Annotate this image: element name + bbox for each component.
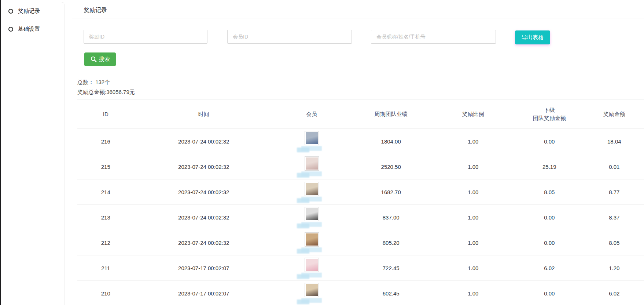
cell-performance: 805.20 [350,230,432,255]
export-button[interactable]: 导出表格 [515,30,550,44]
cell-reward: 0.01 [585,154,644,179]
cell-sub-reward: 6.02 [514,255,585,281]
table-row: 214 2023-07-24 00:02:32 1682.70 1.00 8.0… [77,179,644,205]
cell-reward: 8.37 [585,205,644,230]
woman-portrait-avatar [305,182,319,196]
circle-icon [8,9,13,14]
col-header-team-performance: 周期团队业绩 [350,99,432,129]
total-count: 总数： 132个 [77,77,135,87]
total-reward-amount: 奖励总金额:36056.79元 [77,87,135,97]
cell-ratio: 1.00 [432,281,514,305]
search-icon [91,56,97,62]
col-header-member: 会员 [273,99,350,129]
table-row: 211 2023-07-17 00:02:07 722.45 1.00 6.02… [77,255,644,281]
table-row: 213 2023-07-24 00:02:32 837.00 1.00 0.00… [77,205,644,230]
page-title: 奖励记录 [84,7,107,14]
girl-portrait-avatar [305,232,319,247]
search-button-label: 搜索 [99,56,110,63]
cell-reward: 8.05 [585,230,644,255]
member-name-input[interactable] [371,30,496,44]
cell-member [273,129,350,154]
cell-ratio: 1.00 [432,179,514,205]
cell-id: 211 [77,255,134,281]
cell-time: 2023-07-17 00:02:07 [134,255,273,281]
cell-member [273,230,350,255]
cell-performance: 602.45 [350,281,432,305]
censored-name [301,247,322,253]
cell-reward: 8.77 [585,179,644,205]
cell-sub-reward: 8.05 [514,179,585,205]
cell-sub-reward: 25.19 [514,154,585,179]
cell-member [273,281,350,305]
rewards-table: ID 时间 会员 周期团队业绩 奖励比例 下级 团队奖励金额 奖励金额 216 … [77,99,644,305]
cell-performance: 1804.00 [350,129,432,154]
circle-icon [8,27,13,32]
cell-time: 2023-07-24 00:02:32 [134,129,273,154]
pink-bunny-avatar [305,258,319,272]
search-button[interactable]: 搜索 [84,52,116,66]
cell-id: 212 [77,230,134,255]
bw-photo-avatar [305,207,319,221]
cell-reward: 18.04 [585,129,644,154]
cell-ratio: 1.00 [432,129,514,154]
screen: 奖励记录 基础设置 奖励记录 导出表格 搜索 总数： 132个 奖励总金额:36… [0,0,644,305]
cell-performance: 837.00 [350,205,432,230]
table-row: 210 2023-07-17 00:02:07 602.45 1.00 0.00… [77,281,644,305]
cell-reward: 6.02 [585,281,644,305]
cell-time: 2023-07-17 00:02:07 [134,281,273,305]
col-header-reward-amount: 奖励金额 [585,99,644,129]
cell-performance: 2520.50 [350,154,432,179]
cell-sub-reward: 0.00 [514,205,585,230]
summary-block: 总数： 132个 奖励总金额:36056.79元 [77,77,135,97]
reward-id-input[interactable] [84,30,207,44]
cell-sub-reward: 0.00 [514,129,585,154]
cell-ratio: 1.00 [432,154,514,179]
cell-member [273,255,350,281]
cell-time: 2023-07-24 00:02:32 [134,205,273,230]
cell-time: 2023-07-24 00:02:32 [134,179,273,205]
censored-name [301,146,322,152]
elder-portrait-avatar [305,156,319,171]
cell-ratio: 1.00 [432,205,514,230]
table-row: 216 2023-07-24 00:02:32 1804.00 1.00 0.0… [77,129,644,154]
illustrated-girl-avatar [305,283,319,297]
sidebar-item-reward-records[interactable]: 奖励记录 [1,2,65,20]
sidebar-item-label: 奖励记录 [18,8,40,15]
col-header-id: ID [77,99,134,129]
cell-ratio: 1.00 [432,255,514,281]
cell-member [273,179,350,205]
col-header-sub-team-reward: 下级 团队奖励金额 [514,99,585,129]
cell-id: 216 [77,129,134,154]
cell-sub-reward: 0.00 [514,281,585,305]
cell-sub-reward: 0.00 [514,230,585,255]
member-id-input[interactable] [227,30,352,44]
censored-name [301,222,322,228]
cell-member [273,205,350,230]
cell-time: 2023-07-24 00:02:32 [134,230,273,255]
table-header-row: ID 时间 会员 周期团队业绩 奖励比例 下级 团队奖励金额 奖励金额 [77,99,644,129]
cell-performance: 722.45 [350,255,432,281]
cell-reward: 1.20 [585,255,644,281]
censored-name [301,298,322,304]
cell-ratio: 1.00 [432,230,514,255]
col-header-time: 时间 [134,99,273,129]
sidebar: 奖励记录 基础设置 [1,2,65,305]
header-divider [72,18,644,18]
table-row: 212 2023-07-24 00:02:32 805.20 1.00 0.00… [77,230,644,255]
censored-name [301,197,322,202]
sidebar-item-basic-settings[interactable]: 基础设置 [1,20,65,38]
cell-time: 2023-07-24 00:02:32 [134,154,273,179]
cell-id: 214 [77,179,134,205]
cell-member [273,154,350,179]
cell-id: 215 [77,154,134,179]
censored-name [301,171,322,177]
col-header-reward-ratio: 奖励比例 [432,99,514,129]
censored-name [301,273,322,278]
table-row: 215 2023-07-24 00:02:32 2520.50 1.00 25.… [77,154,644,179]
cell-id: 210 [77,281,134,305]
sidebar-item-label: 基础设置 [18,26,40,33]
cell-id: 213 [77,205,134,230]
rewards-table-container: ID 时间 会员 周期团队业绩 奖励比例 下级 团队奖励金额 奖励金额 216 … [77,99,644,305]
cat-avatar [305,131,319,145]
cell-performance: 1682.70 [350,179,432,205]
